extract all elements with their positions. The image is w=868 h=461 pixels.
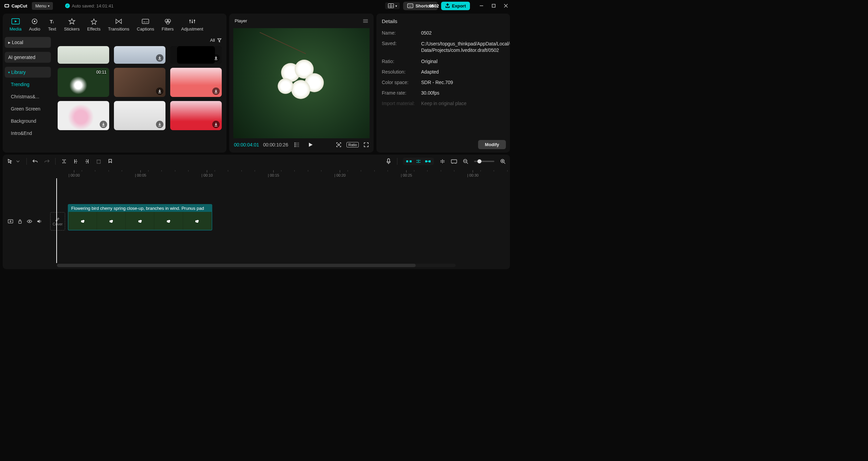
sidebar-item-ai-generated[interactable]: AI generated bbox=[5, 52, 51, 63]
ruler-tick: | 00:25 bbox=[401, 170, 412, 177]
track-visibility-icon[interactable] bbox=[26, 218, 33, 224]
chevron-down-icon[interactable] bbox=[15, 158, 21, 164]
frame-capture-icon[interactable] bbox=[336, 142, 342, 148]
sidebar-item-library[interactable]: ▾Library bbox=[5, 67, 51, 78]
svg-rect-5 bbox=[408, 4, 413, 8]
tab-transitions[interactable]: Transitions bbox=[105, 16, 132, 33]
timeline-scrollbar[interactable] bbox=[57, 264, 456, 267]
zoom-slider[interactable] bbox=[474, 161, 494, 162]
download-icon[interactable] bbox=[212, 87, 220, 95]
trim-left-icon[interactable] bbox=[73, 158, 79, 164]
mic-icon[interactable] bbox=[386, 158, 392, 164]
svg-rect-38 bbox=[298, 142, 299, 144]
timeline-clip[interactable]: Flowering bird cherry spring close-up, b… bbox=[68, 204, 212, 230]
sidebar-sub-christmas[interactable]: Christmas&... bbox=[5, 91, 51, 102]
sidebar-sub-intro-end[interactable]: Intro&End bbox=[5, 128, 51, 139]
timeline-body[interactable]: Cover Flowering bird cherry spring close… bbox=[3, 178, 510, 264]
asset-tabs: Media Audio TI Text Stickers Effects Tra… bbox=[3, 14, 226, 34]
media-thumb[interactable] bbox=[170, 68, 222, 97]
zoom-in-icon[interactable] bbox=[500, 158, 506, 164]
tab-media[interactable]: Media bbox=[7, 16, 24, 33]
media-thumb[interactable] bbox=[58, 101, 109, 130]
redo-icon[interactable] bbox=[44, 158, 50, 164]
media-thumb[interactable] bbox=[58, 46, 109, 64]
svg-rect-53 bbox=[429, 160, 431, 162]
align-icon[interactable] bbox=[439, 158, 446, 164]
transitions-icon bbox=[114, 18, 123, 25]
export-button[interactable]: Export bbox=[441, 2, 470, 10]
tab-filters[interactable]: Filters bbox=[159, 16, 176, 33]
media-thumb[interactable] bbox=[114, 46, 165, 64]
track-lock-icon[interactable] bbox=[17, 218, 23, 224]
pointer-tool-icon[interactable] bbox=[7, 158, 13, 164]
minimize-button[interactable] bbox=[479, 3, 484, 8]
tab-stickers[interactable]: Stickers bbox=[61, 16, 82, 33]
media-thumb[interactable] bbox=[114, 101, 165, 130]
media-thumb[interactable] bbox=[114, 68, 165, 97]
stickers-icon bbox=[67, 18, 76, 25]
snap-group bbox=[403, 158, 434, 165]
media-body: ▸ Local AI generated ▾Library Trending C… bbox=[3, 34, 226, 153]
maximize-button[interactable] bbox=[491, 3, 496, 8]
menu-button[interactable]: Menu▾ bbox=[32, 2, 53, 10]
preview-quality-icon[interactable] bbox=[451, 158, 457, 164]
player-viewport[interactable] bbox=[233, 28, 370, 138]
close-button[interactable] bbox=[503, 3, 509, 8]
ruler-tick: | 00:30 bbox=[467, 170, 478, 177]
playhead[interactable] bbox=[56, 178, 57, 263]
download-icon[interactable] bbox=[100, 121, 107, 128]
filter-icon bbox=[217, 38, 222, 43]
tab-adjustment[interactable]: Adjustment bbox=[178, 16, 206, 33]
layout-preset-button[interactable]: ▾ bbox=[385, 2, 400, 9]
fullscreen-icon[interactable] bbox=[363, 142, 369, 147]
cover-button[interactable]: Cover bbox=[50, 212, 65, 230]
grid-view-icon[interactable] bbox=[294, 142, 301, 147]
player-header: Player bbox=[229, 14, 374, 28]
ratio-button[interactable]: Ratio bbox=[347, 142, 359, 147]
zoom-out-icon[interactable] bbox=[462, 158, 469, 164]
zoom-slider-knob[interactable] bbox=[477, 159, 481, 163]
download-icon[interactable] bbox=[156, 87, 163, 95]
snap-track-icon[interactable] bbox=[406, 159, 412, 164]
sidebar-sub-green-screen[interactable]: Green Screen bbox=[5, 103, 51, 114]
layout-icon bbox=[388, 3, 394, 8]
timeline-scrollbar-thumb[interactable] bbox=[57, 264, 416, 267]
download-icon[interactable] bbox=[212, 54, 220, 62]
play-button[interactable] bbox=[308, 142, 313, 147]
marker-icon[interactable] bbox=[107, 158, 113, 164]
media-thumb[interactable] bbox=[170, 46, 222, 64]
snap-magnet-icon[interactable] bbox=[415, 159, 422, 164]
sidebar-sub-background[interactable]: Background bbox=[5, 116, 51, 126]
sidebar-sub-trending[interactable]: Trending bbox=[5, 79, 51, 90]
track-mute-icon[interactable] bbox=[36, 218, 42, 224]
download-icon[interactable] bbox=[156, 121, 163, 128]
snap-link-icon[interactable] bbox=[425, 159, 431, 164]
details-panel: Details Name:0502 Saved:C:/Users/topgus_… bbox=[376, 14, 510, 153]
svg-rect-51 bbox=[410, 160, 412, 162]
trim-right-icon[interactable] bbox=[84, 158, 90, 164]
sidebar-item-local[interactable]: ▸ Local bbox=[5, 37, 51, 48]
tab-audio[interactable]: Audio bbox=[26, 16, 43, 33]
ruler-tick: | 00:20 bbox=[334, 170, 346, 177]
modify-wrap: Modify bbox=[376, 140, 510, 153]
svg-point-68 bbox=[29, 221, 30, 222]
tab-captions[interactable]: Captions bbox=[134, 16, 157, 33]
timeline-ruler[interactable]: | 00:00| 00:05| 00:10| 00:15| 00:20| 00:… bbox=[66, 168, 510, 178]
split-icon[interactable] bbox=[61, 158, 67, 164]
track-add-icon[interactable] bbox=[7, 218, 14, 224]
filter-all-button[interactable]: All bbox=[210, 38, 222, 43]
media-thumb[interactable] bbox=[170, 101, 222, 130]
download-icon[interactable] bbox=[212, 121, 220, 128]
brand: CapCut bbox=[4, 3, 27, 8]
delete-icon[interactable] bbox=[96, 158, 102, 164]
download-icon[interactable] bbox=[156, 54, 163, 62]
modify-button[interactable]: Modify bbox=[478, 140, 506, 149]
clip-filmstrip bbox=[68, 212, 212, 230]
chevron-down-icon: ▾ bbox=[395, 4, 397, 8]
undo-icon[interactable] bbox=[32, 158, 38, 164]
svg-point-32 bbox=[194, 20, 195, 21]
player-menu-icon[interactable] bbox=[363, 19, 368, 23]
tab-effects[interactable]: Effects bbox=[84, 16, 103, 33]
tab-text[interactable]: TI Text bbox=[45, 16, 59, 33]
media-thumb[interactable]: 00:11 bbox=[58, 68, 109, 97]
